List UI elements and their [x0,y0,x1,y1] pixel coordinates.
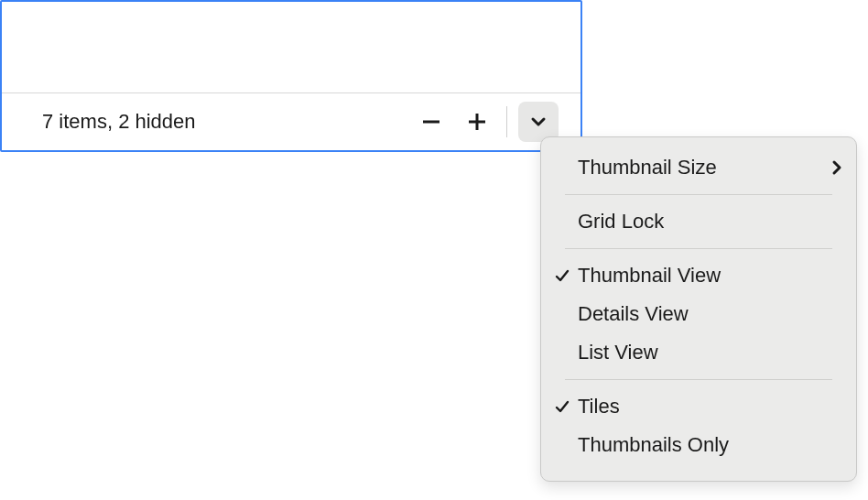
panel-body [2,2,580,92]
menu-item-label: Details View [578,302,843,326]
status-controls [413,102,559,142]
menu-item-label: Thumbnails Only [578,433,843,457]
menu-item-label: Thumbnail View [578,264,843,288]
menu-item-label: Grid Lock [578,210,843,234]
menu-item-list-view[interactable]: List View [541,333,856,372]
svg-rect-2 [476,114,479,130]
menu-item-thumbnail-size[interactable]: Thumbnail Size [541,148,856,187]
minus-icon [421,112,441,132]
status-text: 7 items, 2 hidden [42,110,196,134]
view-options-menu: Thumbnail Size Grid Lock Thumbnail View … [540,136,857,482]
menu-divider [565,379,832,380]
chevron-down-icon [530,114,547,130]
menu-item-thumbnails-only[interactable]: Thumbnails Only [541,426,856,464]
divider [506,106,507,137]
menu-item-grid-lock[interactable]: Grid Lock [541,202,856,241]
menu-item-label: Tiles [578,395,843,418]
content-panel: 7 items, 2 hidden [0,0,582,152]
menu-divider [565,248,832,249]
plus-icon [467,112,487,132]
checkmark-icon [554,398,578,415]
status-bar: 7 items, 2 hidden [2,92,580,150]
menu-item-thumbnail-view[interactable]: Thumbnail View [541,256,856,295]
menu-item-label: Thumbnail Size [578,156,830,179]
zoom-in-button[interactable] [459,103,495,140]
svg-rect-0 [423,121,439,124]
menu-item-tiles[interactable]: Tiles [541,387,856,426]
menu-item-details-view[interactable]: Details View [541,295,856,333]
menu-divider [565,194,832,195]
chevron-right-icon [830,159,843,176]
menu-item-label: List View [578,341,843,364]
checkmark-icon [554,267,578,284]
zoom-out-button[interactable] [413,103,450,140]
